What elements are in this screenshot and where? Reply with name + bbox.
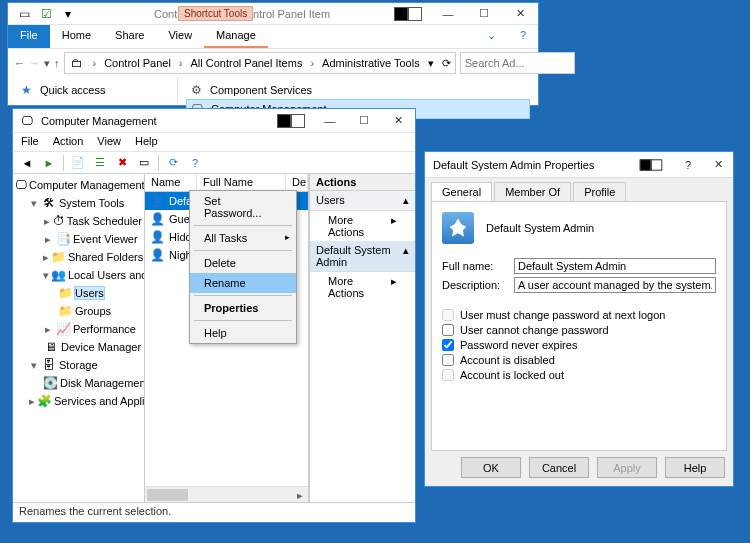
actions-section-users[interactable]: Users▴	[310, 191, 415, 211]
storage-icon: 🗄	[41, 357, 57, 373]
toolbar-up-icon[interactable]: 📄	[68, 154, 88, 172]
explorer-titlebar[interactable]: ▭ ☑ ▾ Shortcut Tools Control Panel\All C…	[8, 3, 538, 25]
tree-performance[interactable]: ▸📈Performance	[43, 320, 142, 338]
toolbar-delete-icon[interactable]: ✖	[112, 154, 132, 172]
tree-event-viewer[interactable]: ▸📑Event Viewer	[43, 230, 142, 248]
maximize-button[interactable]: ☐	[347, 109, 381, 133]
breadcrumb[interactable]: 🗀 Control Panel All Control Panel Items …	[64, 52, 456, 74]
tree-root[interactable]: 🖵Computer Management	[15, 176, 142, 194]
chk-cannot-change-box[interactable]	[442, 324, 454, 336]
ribbon-tab-share[interactable]: Share	[103, 25, 156, 48]
breadcrumb-2[interactable]: Administrative Tools	[322, 57, 420, 69]
ribbon-tab-manage[interactable]: Manage	[204, 25, 268, 48]
actions-item-more-2[interactable]: More Actions▸	[310, 272, 415, 302]
breadcrumb-1[interactable]: All Control Panel Items	[191, 57, 303, 69]
nav-back-button[interactable]: ←	[14, 52, 25, 74]
list-hscroll[interactable]: ◂▸	[145, 486, 308, 502]
restore-windows-icon[interactable]	[640, 159, 662, 170]
description-input[interactable]	[514, 277, 716, 293]
qat-dropdown-icon[interactable]: ▾	[60, 6, 76, 22]
collapse-icon[interactable]: ▴	[403, 244, 409, 268]
qat-properties-icon[interactable]: ▭	[16, 6, 32, 22]
nav-recent-button[interactable]: ▾	[44, 52, 50, 74]
field-fullname: Full name:	[442, 258, 716, 274]
col-description[interactable]: De	[286, 174, 308, 191]
ribbon-tab-file[interactable]: File	[8, 25, 50, 48]
ctx-help[interactable]: Help	[190, 323, 296, 343]
restore-windows-icon[interactable]	[394, 7, 422, 21]
ctx-delete[interactable]: Delete	[190, 253, 296, 273]
actions-section-admin[interactable]: Default System Admin▴	[310, 241, 415, 272]
close-button[interactable]: ✕	[703, 152, 733, 178]
ribbon-expand-icon[interactable]: ⌄	[475, 25, 508, 48]
menu-file[interactable]: File	[21, 135, 39, 149]
breadcrumb-dropdown-icon[interactable]: ▾	[428, 57, 434, 70]
tree-task-scheduler[interactable]: ▸⏱Task Scheduler	[43, 212, 142, 230]
ribbon-tab-view[interactable]: View	[156, 25, 204, 48]
chk-never-expires[interactable]: Password never expires	[442, 339, 716, 351]
tree-device-manager[interactable]: 🖥Device Manager	[43, 338, 142, 356]
toolbar-show-icon[interactable]: ☰	[90, 154, 110, 172]
tree-disk-management[interactable]: 💽Disk Management	[43, 374, 142, 392]
sidebar-quick-access[interactable]: ★ Quick access	[16, 81, 169, 99]
collapse-icon[interactable]: ▴	[403, 194, 409, 207]
search-input[interactable]	[460, 52, 575, 74]
ctx-set-password[interactable]: Set Password...	[190, 191, 296, 223]
qat-check-icon[interactable]: ☑	[38, 6, 54, 22]
tree-users[interactable]: 📁Users	[57, 284, 142, 302]
toolbar-back-icon[interactable]: ◄	[17, 154, 37, 172]
chk-must-change: User must change password at next logon	[442, 309, 716, 321]
maximize-button[interactable]: ☐	[466, 3, 502, 25]
actions-item-more[interactable]: More Actions▸	[310, 211, 415, 241]
ctx-rename[interactable]: Rename	[190, 273, 296, 293]
tree-groups[interactable]: 📁Groups	[57, 302, 142, 320]
help-button[interactable]: Help	[665, 457, 725, 478]
chk-disabled[interactable]: Account is disabled	[442, 354, 716, 366]
sidebar-item-label: Quick access	[40, 84, 105, 96]
props-display-name: Default System Admin	[486, 222, 594, 234]
toolbar-help-icon[interactable]: ?	[185, 154, 205, 172]
toolbar-properties-icon[interactable]: ▭	[134, 154, 154, 172]
minimize-button[interactable]: —	[430, 3, 466, 25]
nav-up-button[interactable]: ↑	[54, 52, 60, 74]
list-item[interactable]: ⚙ Component Services	[186, 81, 530, 99]
nav-forward-button[interactable]: →	[29, 52, 40, 74]
tree-services-apps[interactable]: ▸🧩Services and Applications	[29, 392, 142, 410]
ctx-all-tasks[interactable]: All Tasks	[190, 228, 296, 248]
tab-profile[interactable]: Profile	[573, 182, 626, 201]
tab-member-of[interactable]: Member Of	[494, 182, 571, 201]
props-titlebar[interactable]: Default System Admin Properties ? ✕	[425, 152, 733, 178]
cancel-button[interactable]: Cancel	[529, 457, 589, 478]
ribbon-tab-home[interactable]: Home	[50, 25, 103, 48]
mmc-titlebar[interactable]: 🖵 Computer Management — ☐ ✕	[13, 109, 415, 133]
breadcrumb-0[interactable]: Control Panel	[104, 57, 171, 69]
menu-action[interactable]: Action	[53, 135, 84, 149]
tab-general[interactable]: General	[431, 182, 492, 201]
tree-local-users[interactable]: ▾👥Local Users and Groups	[43, 266, 142, 284]
ctx-properties[interactable]: Properties	[190, 298, 296, 318]
menu-help[interactable]: Help	[135, 135, 158, 149]
shortcut-tools-tab[interactable]: Shortcut Tools	[178, 6, 253, 21]
tree-storage[interactable]: ▾🗄Storage	[29, 356, 142, 374]
menu-view[interactable]: View	[97, 135, 121, 149]
col-fullname[interactable]: Full Name	[197, 174, 286, 191]
ok-button[interactable]: OK	[461, 457, 521, 478]
chk-cannot-change[interactable]: User cannot change password	[442, 324, 716, 336]
clock-icon: ⏱	[53, 213, 65, 229]
refresh-icon[interactable]: ⟳	[442, 57, 451, 70]
ribbon-help-icon[interactable]: ?	[508, 25, 538, 48]
col-name[interactable]: Name	[145, 174, 197, 191]
apply-button[interactable]: Apply	[597, 457, 657, 478]
restore-windows-icon[interactable]	[277, 114, 305, 128]
tree-shared-folders[interactable]: ▸📁Shared Folders	[43, 248, 142, 266]
minimize-button[interactable]: —	[313, 109, 347, 133]
close-button[interactable]: ✕	[502, 3, 538, 25]
tree-system-tools[interactable]: ▾🛠System Tools	[29, 194, 142, 212]
toolbar-refresh-icon[interactable]: ⟳	[163, 154, 183, 172]
chk-never-expires-box[interactable]	[442, 339, 454, 351]
close-button[interactable]: ✕	[381, 109, 415, 133]
help-button[interactable]: ?	[673, 152, 703, 178]
chk-disabled-box[interactable]	[442, 354, 454, 366]
toolbar-forward-icon[interactable]: ►	[39, 154, 59, 172]
fullname-input[interactable]	[514, 258, 716, 274]
